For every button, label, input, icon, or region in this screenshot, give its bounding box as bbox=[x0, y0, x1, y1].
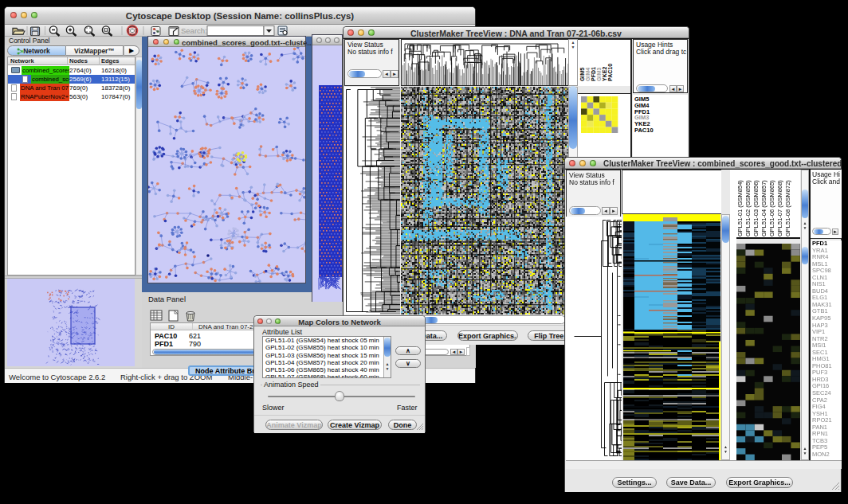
svg-text:Search:: Search: bbox=[181, 26, 207, 35]
